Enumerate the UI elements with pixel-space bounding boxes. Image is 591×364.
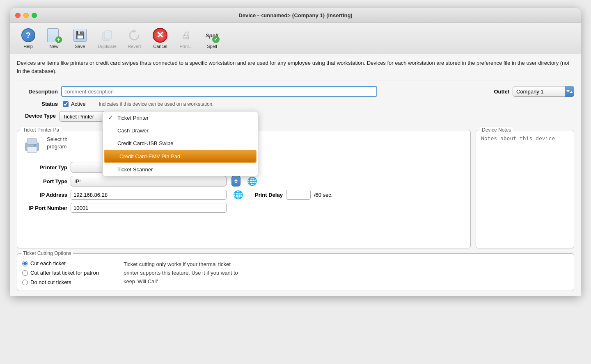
status-row: Status Active Indicates if this device c… (17, 101, 574, 107)
duplicate-button[interactable]: Duplicate (94, 26, 120, 50)
revert-icon (127, 28, 142, 43)
active-label: Active (71, 101, 85, 107)
dropdown-item-ticket-printer[interactable]: Ticket Printer (103, 111, 258, 124)
spell-label: Spell (207, 44, 217, 49)
ticket-printer-legend: Ticket Printer Pa (21, 127, 61, 133)
spell-icon: Spell ✓ (204, 28, 219, 43)
print-delay-label: Print Delay (255, 192, 283, 198)
revert-label: Revert (128, 44, 141, 49)
port-type-stepper[interactable] (231, 176, 241, 187)
window-title: Device - <unnamed> {Company 1} (insertin… (238, 12, 352, 18)
cut-each-option: Cut each ticket (22, 260, 99, 266)
no-cut-option: Do not cut tickets (22, 279, 99, 285)
device-type-value: Ticket Printer (63, 114, 94, 120)
cut-each-radio[interactable] (22, 261, 28, 266)
revert-button[interactable]: Revert (123, 26, 146, 50)
no-cut-radio[interactable] (22, 280, 28, 285)
maximize-button[interactable] (32, 13, 37, 18)
cut-last-option: Cut after last ticket for patron (22, 270, 99, 276)
cancel-label: Cancel (153, 44, 167, 49)
description-input[interactable] (61, 86, 377, 97)
print-icon: 🖨 (179, 28, 193, 43)
help-button[interactable]: ? Help (17, 26, 39, 50)
description-label: Description (17, 89, 58, 95)
no-cut-label: Do not cut tickets (30, 279, 71, 285)
new-label: New (49, 44, 58, 49)
help-icon: ? (21, 28, 36, 43)
svg-rect-6 (27, 147, 37, 152)
printer-type-label: Printer Typ (22, 164, 67, 171)
save-label: Save (75, 44, 85, 49)
help-label: Help (23, 44, 33, 49)
globe-icon: 🌐 (233, 190, 243, 200)
ip-address-input[interactable] (71, 190, 227, 200)
device-type-select-area: Ticket Printer Ticket Printer Cash Drawe… (59, 111, 215, 122)
description-row: Description Outlet Company 1 (17, 86, 574, 97)
cut-last-radio[interactable] (22, 270, 28, 276)
device-notes-legend: Device Notes (480, 127, 513, 133)
print-delay-input[interactable] (286, 190, 311, 200)
content-area: Devices are items like printers or credi… (10, 54, 581, 296)
new-icon: + (47, 28, 62, 43)
network-icon: 🌐 (247, 176, 257, 186)
outlet-section: Outlet Company 1 (494, 86, 574, 97)
ip-port-row: IP Port Number (22, 203, 465, 213)
cutting-hint: Ticket cutting only works if your therma… (124, 260, 247, 286)
active-checkbox-group: Active (63, 101, 85, 107)
printer-icon (22, 135, 42, 156)
port-type-row: Port Type IP: 🌐 (22, 176, 465, 187)
print-delay-unit: /60 sec. (314, 192, 333, 198)
dropdown-item-credit-card-emv[interactable]: Credit Card-EMV Pin Pad (104, 150, 257, 163)
outlet-select[interactable]: Company 1 (513, 86, 574, 97)
outlet-select-wrapper: Company 1 (513, 86, 574, 97)
close-button[interactable] (15, 13, 21, 18)
title-bar: Device - <unnamed> {Company 1} (insertin… (10, 8, 581, 23)
cut-last-label: Cut after last ticket for patron (30, 270, 99, 276)
save-button[interactable]: 💾 Save (69, 26, 91, 50)
toolbar: ? Help + New 💾 Save (10, 23, 581, 54)
status-hint: Indicates if this device can be used on … (98, 101, 213, 107)
minimize-button[interactable] (23, 13, 29, 18)
svg-rect-7 (34, 144, 36, 146)
ticket-cutting-panel: Ticket Cutting Options Cut each ticket C… (17, 253, 574, 291)
outlet-label: Outlet (494, 89, 509, 95)
window-controls[interactable] (15, 13, 37, 18)
duplicate-label: Duplicate (98, 44, 117, 49)
cancel-icon: ✕ (153, 28, 167, 43)
info-description: Devices are items like printers or credi… (17, 59, 574, 80)
print-label: Print... (179, 44, 192, 49)
device-type-section: Device Type Ticket Printer Ticket Printe… (17, 111, 574, 122)
ip-port-label: IP Port Number (22, 205, 67, 211)
duplicate-icon (100, 28, 115, 43)
device-type-dropdown: Ticket Printer Cash Drawer Credit Card-U… (102, 111, 258, 176)
port-type-label: Port Type (22, 178, 67, 184)
device-type-label: Device Type (17, 113, 56, 119)
port-type-select-wrapper: IP: (71, 176, 227, 187)
ip-address-row: IP Address 🌐 Print Delay /60 sec. (22, 190, 465, 200)
svg-rect-5 (27, 139, 37, 144)
cancel-button[interactable]: ✕ Cancel (149, 26, 172, 50)
ip-address-label: IP Address (22, 192, 67, 198)
cut-each-label: Cut each ticket (30, 260, 66, 266)
cutting-options: Cut each ticket Cut after last ticket fo… (22, 260, 99, 285)
new-button[interactable]: + New (43, 26, 65, 50)
dropdown-item-cash-drawer[interactable]: Cash Drawer (103, 124, 258, 137)
device-notes-textarea[interactable] (481, 135, 569, 242)
device-notes-panel: Device Notes (476, 130, 574, 248)
save-icon: 💾 (73, 28, 87, 43)
dropdown-item-credit-card-usb[interactable]: Credit Card-USB Swipe (103, 137, 258, 150)
main-window: Device - <unnamed> {Company 1} (insertin… (10, 8, 581, 296)
port-type-select[interactable]: IP: (71, 176, 227, 187)
spell-button[interactable]: Spell ✓ Spell (201, 26, 223, 50)
active-checkbox[interactable] (63, 101, 69, 107)
print-button[interactable]: 🖨 Print... (175, 26, 197, 50)
dropdown-item-ticket-scanner[interactable]: Ticket Scanner (103, 163, 258, 176)
panels-area: Ticket Printer Pa Select th (17, 126, 574, 248)
status-label: Status (21, 101, 58, 107)
ticket-cutting-legend: Ticket Cutting Options (21, 250, 73, 256)
ip-port-input[interactable] (71, 203, 227, 213)
